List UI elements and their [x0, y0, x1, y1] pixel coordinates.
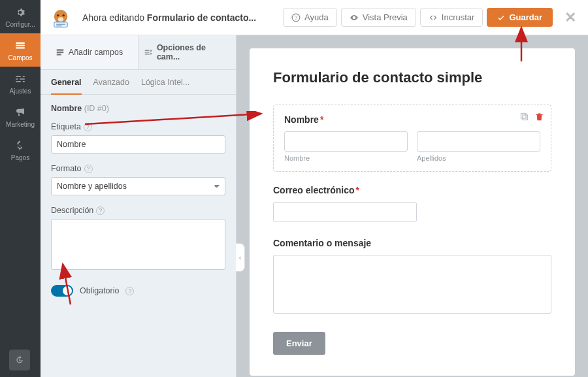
nav-settings-label: Ajustes: [10, 88, 31, 95]
svg-point-2: [63, 14, 65, 16]
help-icon: ?: [291, 13, 301, 22]
save-button[interactable]: Guardar: [487, 8, 553, 27]
svg-rect-12: [523, 115, 528, 120]
help-icon[interactable]: ?: [84, 165, 93, 173]
svg-text:?: ?: [295, 14, 298, 20]
tab-field-options[interactable]: Opciones de cam...: [139, 35, 236, 69]
svg-rect-10: [57, 52, 64, 53]
subtab-general[interactable]: General: [51, 78, 82, 95]
delete-icon[interactable]: [534, 112, 544, 122]
bullhorn-icon: [14, 107, 26, 118]
svg-rect-11: [57, 54, 61, 55]
nav-marketing[interactable]: Marketing: [0, 100, 41, 133]
svg-point-1: [57, 14, 59, 16]
message-field-label: Comentario o mensaje: [273, 238, 551, 248]
help-button[interactable]: ? Ayuda: [283, 8, 337, 27]
duplicate-icon[interactable]: [519, 112, 529, 122]
side-nav: Configur... Campos Ajustes Marketing Pag…: [0, 0, 41, 377]
dollar-icon: [14, 140, 26, 152]
embed-button[interactable]: Incrustar: [420, 8, 483, 27]
nav-fields-label: Campos: [8, 54, 32, 61]
nav-setup-label: Configur...: [5, 21, 35, 28]
preview-button[interactable]: Vista Previa: [341, 8, 416, 27]
help-icon[interactable]: ?: [125, 287, 134, 295]
field-email-block[interactable]: Correo electrónico*: [273, 185, 551, 222]
help-icon[interactable]: ?: [84, 123, 92, 131]
last-name-sublabel: Apellidos: [417, 154, 540, 162]
editing-label: Ahora editando Formulario de contacto...: [82, 12, 276, 23]
close-button[interactable]: ✕: [564, 9, 576, 26]
svg-rect-9: [57, 49, 64, 50]
history-icon: [14, 355, 25, 365]
first-name-sublabel: Nombre: [284, 154, 408, 162]
fields-icon: [14, 40, 26, 52]
nav-fields[interactable]: Campos: [0, 33, 41, 67]
email-field-label: Correo electrónico*: [273, 185, 551, 195]
collapse-panel-button[interactable]: ‹: [236, 243, 245, 272]
check-icon: [497, 14, 505, 22]
nav-settings[interactable]: Ajustes: [0, 67, 41, 100]
add-field-icon: [56, 48, 65, 57]
field-message-block[interactable]: Comentario o mensaje: [273, 238, 551, 316]
gear-icon: [14, 7, 26, 18]
svg-point-3: [58, 17, 64, 22]
app-logo: [46, 5, 76, 30]
format-select[interactable]: Nombre y apellidos: [51, 177, 225, 195]
tab-add-fields[interactable]: Añadir campos: [41, 35, 139, 69]
submit-button[interactable]: Enviar: [273, 332, 325, 355]
nav-setup[interactable]: Configur...: [0, 0, 41, 33]
form-title: Formulario de contacto simple: [273, 69, 551, 86]
message-input[interactable]: [273, 255, 551, 314]
embed-icon: [429, 13, 438, 22]
options-icon: [144, 48, 153, 57]
subtab-advanced[interactable]: Avanzado: [93, 78, 129, 94]
revert-button[interactable]: [9, 350, 30, 370]
label-input[interactable]: [51, 135, 225, 154]
field-name-block[interactable]: Nombre* Nombre Apellidos: [273, 105, 551, 172]
nav-payments[interactable]: Pagos: [0, 133, 41, 167]
eye-icon: [350, 13, 359, 22]
label-descripcion: Descripción?: [51, 206, 225, 215]
field-heading: Nombre (ID #0): [51, 104, 225, 113]
label-etiqueta: Etiqueta?: [51, 122, 225, 131]
last-name-input[interactable]: [417, 131, 540, 152]
options-panel: Añadir campos Opciones de cam... General…: [41, 35, 237, 377]
required-label: Obligatorio: [80, 286, 119, 295]
top-bar: Ahora editando Formulario de contacto...…: [41, 0, 588, 35]
help-icon[interactable]: ?: [96, 206, 105, 215]
required-toggle[interactable]: [51, 285, 73, 297]
first-name-input[interactable]: [284, 131, 408, 152]
sliders-icon: [14, 73, 26, 85]
label-formato: Formato?: [51, 164, 225, 173]
name-field-label: Nombre*: [284, 114, 540, 125]
svg-rect-13: [521, 114, 527, 119]
form-name[interactable]: Formulario de contacto...: [147, 12, 256, 23]
description-input[interactable]: [51, 219, 225, 270]
nav-payments-label: Pagos: [11, 154, 29, 161]
preview-area: ‹ Formulario de contacto simple Nombre* …: [237, 35, 588, 377]
subtab-logic[interactable]: Lógica Intel...: [141, 78, 189, 94]
nav-marketing-label: Marketing: [6, 121, 35, 128]
email-input[interactable]: [273, 202, 417, 222]
